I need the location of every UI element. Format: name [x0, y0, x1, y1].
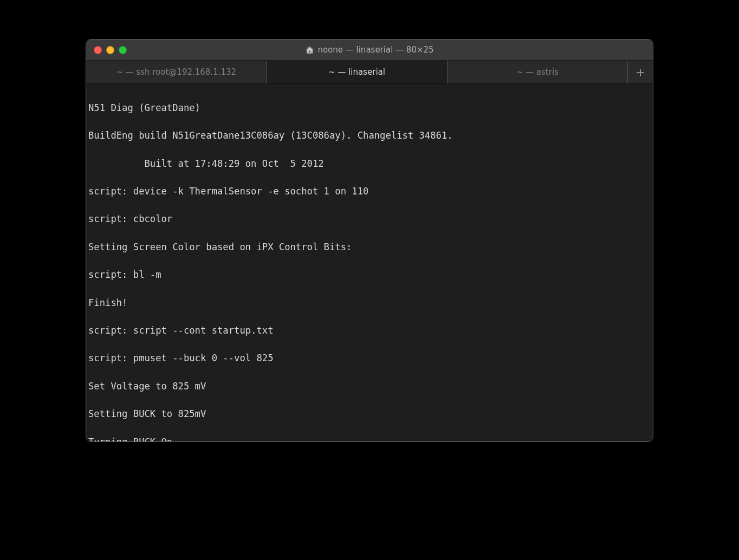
window-title-text: noone — linaserial — 80×25 [317, 45, 433, 55]
tab-ssh[interactable]: ~ — ssh root@192.168.1.132 [86, 61, 267, 83]
terminal-line: script: pmuset --buck 0 --vol 825 [88, 351, 651, 366]
plus-icon: + [636, 66, 645, 79]
terminal-line: Built at 17:48:29 on Oct 5 2012 [88, 157, 651, 171]
tab-bar: ~ — ssh root@192.168.1.132 ~ — linaseria… [86, 61, 653, 84]
terminal-output[interactable]: N51 Diag (GreatDane) BuildEng build N51G… [86, 84, 653, 441]
terminal-line: Setting BUCK to 825mV [88, 407, 651, 421]
terminal-line: N51 Diag (GreatDane) [88, 101, 651, 115]
tab-label: ~ — astris [516, 67, 559, 77]
tab-label: ~ — ssh root@192.168.1.132 [116, 67, 236, 77]
tab-label: ~ — linaserial [328, 67, 385, 77]
terminal-line: Turning BUCK On [88, 435, 651, 441]
terminal-line: Setting Screen Color based on iPX Contro… [88, 240, 651, 255]
terminal-line: BuildEng build N51GreatDane13C086ay (13C… [88, 129, 651, 143]
terminal-line: script: script --cont startup.txt [88, 324, 651, 338]
minimize-window-button[interactable] [106, 46, 114, 54]
terminal-line: Set Voltage to 825 mV [88, 380, 651, 394]
terminal-line: script: bl -m [88, 268, 651, 282]
terminal-line: script: cbcolor [88, 212, 651, 226]
window-title: 🏠 noone — linaserial — 80×25 [86, 45, 653, 55]
traffic-lights [94, 46, 127, 54]
home-icon: 🏠 [305, 45, 314, 54]
zoom-window-button[interactable] [119, 46, 127, 54]
title-bar[interactable]: 🏠 noone — linaserial — 80×25 [86, 40, 653, 61]
terminal-window: 🏠 noone — linaserial — 80×25 ~ — ssh roo… [86, 39, 653, 442]
tab-linaserial[interactable]: ~ — linaserial [267, 61, 447, 83]
tab-astris[interactable]: ~ — astris [448, 61, 628, 83]
close-window-button[interactable] [94, 46, 102, 54]
terminal-line: Finish! [88, 296, 651, 310]
new-tab-button[interactable]: + [628, 61, 653, 83]
terminal-line: script: device -k ThermalSensor -e socho… [88, 185, 651, 199]
